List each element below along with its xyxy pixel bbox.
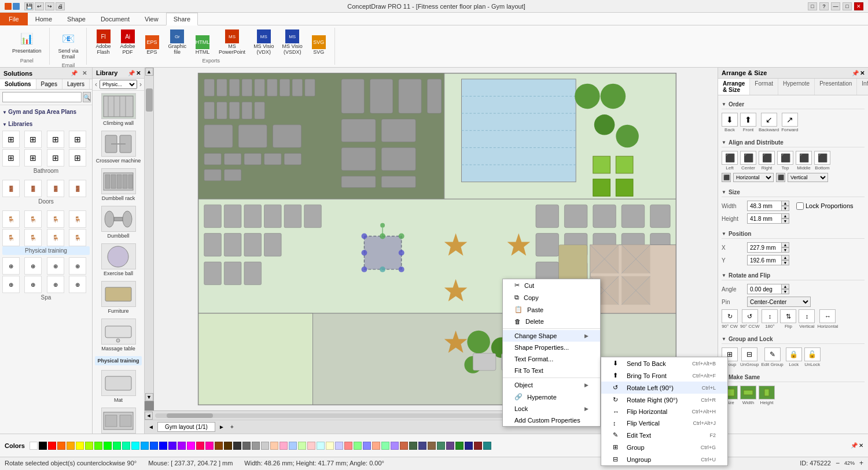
color-swatch[interactable] [391,442,399,450]
scroll-left-btn[interactable]: ◄ [145,412,153,420]
ctx-delete[interactable]: 🗑Delete [503,316,600,327]
colors-close-btn[interactable]: ✕ [859,442,863,449]
ctx-add-custom-props[interactable]: Add Custom Properties [503,415,600,426]
sub-rotate-left[interactable]: ↺Rotate Left (90°)Ctrl+L [601,382,727,394]
align-bottom[interactable]: ⬛ Bottom [814,151,830,171]
gym-spa-header[interactable]: Gym and Spa Area Plans [2,108,90,116]
btn-eps[interactable]: EPS EPS [141,34,163,57]
make-same-height[interactable]: Height [759,386,775,405]
color-swatch[interactable] [483,442,491,450]
shape-item-6[interactable]: ⊞ [24,149,42,166]
color-swatch[interactable] [437,442,445,450]
lib-item-physical-training[interactable]: Physical training [95,356,142,365]
quick-access-undo[interactable]: ↩ [35,2,44,10]
window-close[interactable]: ✕ [854,2,863,10]
color-swatch[interactable] [289,442,297,450]
colors-pin-btn[interactable]: 📌 [851,442,858,449]
flip-btn[interactable]: ⇅ Flip [780,309,796,329]
align-h-dropdown[interactable]: Horizontal [733,173,774,182]
order-back[interactable]: ⬇ Back [722,113,738,132]
color-swatch[interactable] [104,442,112,450]
sub-edit-text[interactable]: ✎Edit TextF2 [601,429,727,441]
color-swatch[interactable] [242,442,251,450]
shape-item-3[interactable]: ⊞ [47,131,64,148]
window-minimize[interactable]: — [831,2,840,10]
door-shape-3[interactable]: 🚪 [47,180,64,197]
furn-shape-6[interactable]: 🪑 [24,229,42,246]
solutions-tab-solutions[interactable]: Solutions [0,79,36,89]
color-swatch[interactable] [187,442,195,450]
rotate-90ccw[interactable]: ↺ 90° CCW [740,309,759,329]
rotate-flip-header[interactable]: Rotate and Flip [722,270,865,280]
color-swatch[interactable] [307,442,315,450]
make-same-header[interactable]: Make Same [722,372,865,382]
solutions-tab-layers[interactable]: Layers [62,79,90,89]
tab-info[interactable]: Info [857,79,868,95]
window-maximize[interactable]: □ [843,2,852,10]
solutions-pin-btn[interactable]: 📌 [69,69,79,77]
color-swatch[interactable] [224,442,232,450]
btn-graphic-file[interactable]: Gr Graphicfile [165,28,190,57]
x-spin-down[interactable]: ▼ [781,247,789,253]
flip-vertical-btn[interactable]: ↕ Vertical [799,309,815,329]
scrollbar-vertical[interactable]: ▲ ▼ [145,68,154,401]
shape-item-2[interactable]: ⊞ [24,131,42,148]
ctx-copy[interactable]: ⧉Copy [503,291,600,304]
lib-item-furniture[interactable]: Furniture [95,281,142,314]
pt-shape-2[interactable]: ⊕ [24,257,42,275]
unlock-btn-item[interactable]: 🔓 UnLock [804,347,821,367]
pt-shape-3[interactable]: ⊕ [47,257,64,275]
order-backward[interactable]: ↙ Backward [759,113,779,132]
order-front[interactable]: ⬆ Front [740,113,756,132]
color-swatch[interactable] [168,442,176,450]
color-swatch[interactable] [326,442,334,450]
rotate-90cw[interactable]: ↻ 90° CW [722,309,738,329]
libraries-header[interactable]: Libraries [2,120,90,128]
tab-share[interactable]: Share [166,13,198,25]
library-close-btn[interactable]: ✕ [136,70,141,76]
flip-horizontal-btn[interactable]: ↔ Horizontal [817,309,838,329]
tab-prev-btn[interactable]: ◄ [147,423,155,431]
color-swatch[interactable] [418,442,426,450]
lib-item-multi-press[interactable]: Multi press [95,408,142,434]
lib-item-mat[interactable]: Mat [95,370,142,403]
furn-shape-3[interactable]: 🪑 [47,210,64,228]
color-swatch[interactable] [261,442,269,450]
height-input[interactable] [747,213,782,224]
window-options[interactable]: □ [808,2,817,10]
library-prev-btn[interactable]: ‹ [95,80,97,88]
color-swatch[interactable] [446,442,454,450]
color-swatch[interactable] [113,442,121,450]
arrange-pin-btn[interactable]: 📌 [852,70,859,76]
door-shape-2[interactable]: 🚪 [24,180,42,197]
color-swatch[interactable] [372,442,380,450]
angle-input[interactable] [747,284,782,294]
solutions-search-input[interactable] [2,92,82,102]
color-swatch[interactable] [400,442,408,450]
furn-shape-1[interactable]: 🪑 [2,210,20,228]
height-spin-up[interactable]: ▲ [781,213,789,219]
ctx-hypernote[interactable]: 🔗Hypernote [503,391,600,403]
sub-group[interactable]: ⊞GroupCtrl+G [601,441,727,453]
rotate-180[interactable]: ↕ 180° [762,309,778,329]
zoom-in-btn[interactable]: + [859,459,863,467]
pin-dropdown[interactable]: Center-Center [747,297,811,307]
color-swatch[interactable] [141,442,149,450]
color-swatch[interactable] [363,442,371,450]
group-lock-header[interactable]: Group and Lock [722,334,865,344]
tab-home[interactable]: Home [28,13,60,25]
align-right[interactable]: ⬛ Right [759,151,775,171]
pt-shape-5[interactable]: ⊕ [2,276,20,293]
lib-item-dumbbell[interactable]: Dumbbell [95,206,142,239]
color-swatch[interactable] [76,442,84,450]
shape-item-5[interactable]: ⊞ [2,149,20,166]
color-swatch[interactable] [279,442,288,450]
solutions-tab-pages[interactable]: Pages [36,79,62,89]
align-left[interactable]: ⬛ Left [722,151,738,171]
btn-send-email[interactable]: 📧 Send viaEmail [56,28,82,61]
pt-shape-6[interactable]: ⊕ [24,276,42,293]
shape-item-8[interactable]: ⊞ [69,149,86,166]
color-swatch[interactable] [465,442,473,450]
shape-item-7[interactable]: ⊞ [47,149,64,166]
sub-rotate-right[interactable]: ↻Rotate Right (90°)Ctrl+R [601,394,727,406]
